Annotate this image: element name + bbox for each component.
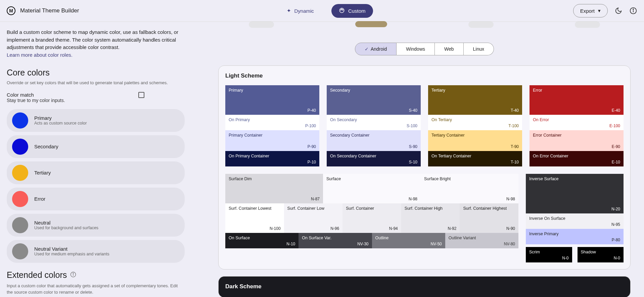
color-match-checkbox[interactable] [138, 92, 144, 98]
role-code: T-100 [508, 123, 519, 128]
role-code: E-10 [612, 160, 620, 164]
color-role-tile[interactable]: On Secondary Container S-10 [327, 151, 421, 166]
role-label: Primary [229, 88, 316, 93]
role-code: N-0 [614, 256, 620, 260]
color-name: Tertiary [34, 170, 51, 176]
platform-tab-android[interactable]: ✓Android [355, 43, 397, 55]
core-color-item[interactable]: Neutral Used for background and surfaces [7, 214, 185, 237]
color-role-tile[interactable]: Tertiary T-40 [428, 85, 522, 115]
svg-point-9 [73, 273, 74, 274]
platform-tab-windows[interactable]: Windows [397, 43, 435, 55]
role-code: N-98 [506, 197, 515, 201]
role-code: P-40 [308, 108, 316, 113]
role-label: On Tertiary [431, 117, 519, 122]
core-color-item[interactable]: Neutral Variant Used for medium emphasis… [7, 240, 185, 263]
role-label: On Primary [229, 117, 316, 122]
color-role-tile[interactable]: Surf. Container Highest N-90 [460, 203, 518, 233]
color-role-tile[interactable]: On Error E-100 [530, 115, 624, 130]
color-role-tile[interactable]: Error E-40 [530, 85, 624, 115]
color-role-tile[interactable]: Primary P-40 [225, 85, 319, 115]
color-role-tile[interactable]: On Primary P-100 [225, 115, 319, 130]
color-role-tile[interactable]: Surface Dim N-87 [225, 174, 323, 203]
role-code: N-98 [409, 197, 417, 201]
role-label: Surface Dim [229, 177, 320, 181]
role-label: On Primary Container [229, 154, 316, 158]
export-label: Export [580, 8, 595, 14]
dark-mode-icon[interactable] [614, 7, 623, 15]
check-icon: ✓ [365, 46, 369, 52]
color-role-tile[interactable]: Secondary Container S-90 [327, 130, 421, 151]
color-desc: Acts as custom source color [34, 121, 87, 126]
core-color-item[interactable]: Tertiary [7, 161, 185, 184]
role-code: S-10 [409, 160, 417, 164]
color-role-tile[interactable]: On Error Container E-10 [530, 151, 624, 166]
role-code: N-20 [611, 207, 620, 211]
role-label: Outline Variant [449, 236, 515, 240]
color-role-tile[interactable]: Error Container E-90 [530, 130, 624, 151]
core-color-item[interactable]: Error [7, 188, 185, 210]
info-icon[interactable] [629, 7, 637, 15]
role-label: Error [533, 88, 620, 93]
role-label: On Surface Var. [302, 236, 368, 240]
info-icon[interactable] [70, 271, 76, 279]
extended-colors-sub: Input a custom color that automatically … [7, 283, 185, 296]
platform-tab-linux[interactable]: Linux [464, 43, 494, 55]
export-button[interactable]: Export ▾ [573, 4, 608, 17]
core-color-item[interactable]: Secondary [7, 135, 185, 158]
color-role-tile[interactable]: On Surface N-10 [225, 233, 298, 248]
mode-dynamic-button[interactable]: ✦ Dynamic [279, 4, 321, 17]
role-code: N-95 [611, 222, 620, 227]
color-role-tile[interactable]: Surface Bright N-98 [421, 174, 518, 203]
core-color-item[interactable]: Primary Acts as custom source color [7, 109, 185, 132]
svg-point-1 [340, 9, 341, 10]
color-match-sub: Stay true to my color inputs. [7, 98, 65, 103]
tab-label: Linux [473, 46, 484, 52]
learn-more-link[interactable]: Learn more about color roles. [7, 52, 73, 58]
color-swatch [12, 112, 28, 129]
preview-thumb [575, 21, 600, 28]
preview-thumb [249, 21, 274, 28]
platform-tab-web[interactable]: Web [435, 43, 464, 55]
dark-scheme-title: Dark Scheme [225, 283, 624, 290]
role-label: Tertiary Container [431, 133, 519, 138]
preview-thumb [468, 21, 494, 28]
color-desc: Used for background and surfaces [34, 226, 98, 230]
color-role-tile[interactable]: On Primary Container P-10 [225, 151, 319, 166]
tab-label: Windows [406, 46, 425, 52]
color-role-tile[interactable]: On Tertiary Container T-10 [428, 151, 522, 166]
color-role-tile[interactable]: Outline NV-50 [372, 233, 445, 248]
color-role-tile[interactable]: Surface N-98 [323, 174, 421, 203]
color-role-tile[interactable]: Surf. Container N-94 [342, 203, 401, 233]
mode-custom-button[interactable]: Custom [331, 4, 373, 18]
color-role-tile[interactable]: On Tertiary T-100 [428, 115, 522, 130]
role-label: Surf. Container Low [287, 206, 339, 211]
color-role-tile[interactable]: Primary Container P-90 [225, 130, 319, 151]
role-label: On Secondary [330, 117, 417, 122]
role-code: S-40 [409, 108, 417, 113]
role-label: On Error [533, 117, 620, 122]
role-label: On Error Container [533, 154, 620, 158]
color-role-tile[interactable]: On Surface Var. NV-30 [298, 233, 372, 248]
color-role-tile[interactable]: Outline Variant NV-80 [445, 233, 518, 248]
color-role-tile[interactable]: Inverse Primary P-80 [526, 229, 624, 244]
role-code: N-10 [286, 242, 295, 246]
color-role-tile[interactable]: Surf. Container Low N-96 [284, 203, 343, 233]
tab-label: Web [444, 46, 454, 52]
color-role-tile[interactable]: Tertiary Container T-90 [428, 130, 522, 151]
color-name: Error [34, 196, 45, 202]
color-role-tile[interactable]: Inverse On Surface N-95 [526, 213, 624, 229]
svg-point-6 [633, 9, 634, 10]
color-name: Neutral [34, 220, 98, 226]
color-role-tile[interactable]: Surf. Container Lowest N-100 [225, 203, 284, 233]
color-role-tile[interactable]: Surf. Container High N-92 [401, 203, 460, 233]
role-label: Surf. Container [346, 206, 398, 211]
color-role-tile[interactable]: Inverse Surface N-20 [526, 174, 624, 213]
role-code: P-80 [612, 238, 620, 242]
color-role-tile[interactable]: On Secondary S-100 [327, 115, 421, 130]
role-label: Tertiary [431, 88, 519, 93]
role-label: Surf. Container High [405, 206, 457, 211]
role-label: Surface [326, 177, 417, 181]
color-role-tile[interactable]: Secondary S-40 [327, 85, 421, 115]
color-role-tile[interactable]: Scrim N-0 [526, 247, 572, 262]
color-role-tile[interactable]: Shadow N-0 [578, 247, 624, 262]
